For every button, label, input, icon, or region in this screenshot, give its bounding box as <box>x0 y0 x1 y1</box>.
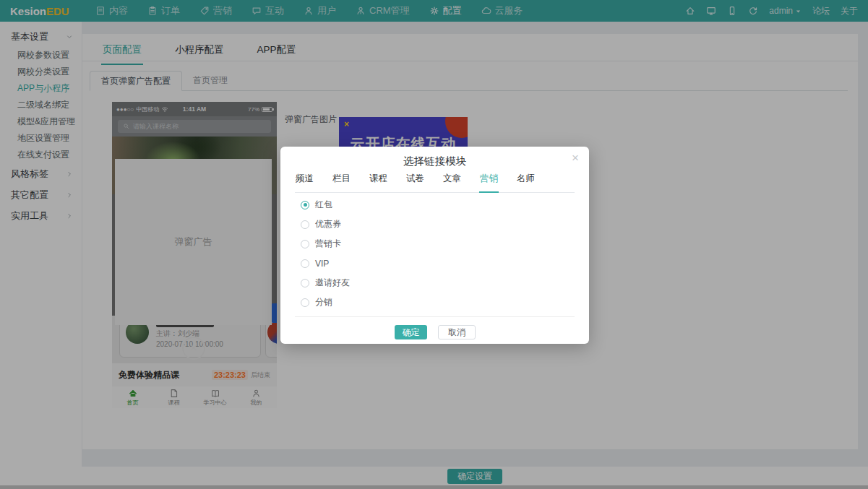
dialog-tabs: 频道 栏目 课程 试卷 文章 营销 名师 <box>295 170 575 193</box>
dialog-tab-marketing[interactable]: 营销 <box>479 170 499 193</box>
dialog-tab-teacher[interactable]: 名师 <box>516 170 536 192</box>
radio-icon <box>301 220 309 229</box>
radio-red-packet[interactable]: 红包 <box>301 195 575 215</box>
radio-icon <box>301 279 309 287</box>
dialog-footer-divider <box>295 316 575 317</box>
select-link-module-dialog: 选择链接模块 × 频道 栏目 课程 试卷 文章 营销 名师 红包 优惠券 营销卡… <box>280 147 589 344</box>
radio-coupon[interactable]: 优惠券 <box>301 215 575 234</box>
dialog-title: 选择链接模块 <box>280 155 589 168</box>
dialog-tab-exam[interactable]: 试卷 <box>405 170 425 192</box>
dialog-options: 红包 优惠券 营销卡 VIP 邀请好友 分销 <box>301 195 575 312</box>
dialog-ok-button[interactable]: 确定 <box>395 325 427 339</box>
dialog-tab-column[interactable]: 栏目 <box>332 170 351 192</box>
radio-invite-friends[interactable]: 邀请好友 <box>301 273 575 293</box>
dialog-cancel-button[interactable]: 取消 <box>438 325 476 339</box>
dialog-tab-article[interactable]: 文章 <box>442 170 462 192</box>
dialog-tab-course[interactable]: 课程 <box>369 170 388 192</box>
radio-icon <box>301 201 309 209</box>
radio-marketing-card[interactable]: 营销卡 <box>301 234 575 254</box>
radio-icon <box>301 240 309 248</box>
dialog-close-icon[interactable]: × <box>572 151 579 165</box>
radio-vip[interactable]: VIP <box>301 254 575 273</box>
dialog-tab-channel[interactable]: 频道 <box>295 170 314 192</box>
radio-distribution[interactable]: 分销 <box>301 293 575 312</box>
radio-icon <box>301 259 309 268</box>
radio-icon <box>301 298 309 307</box>
